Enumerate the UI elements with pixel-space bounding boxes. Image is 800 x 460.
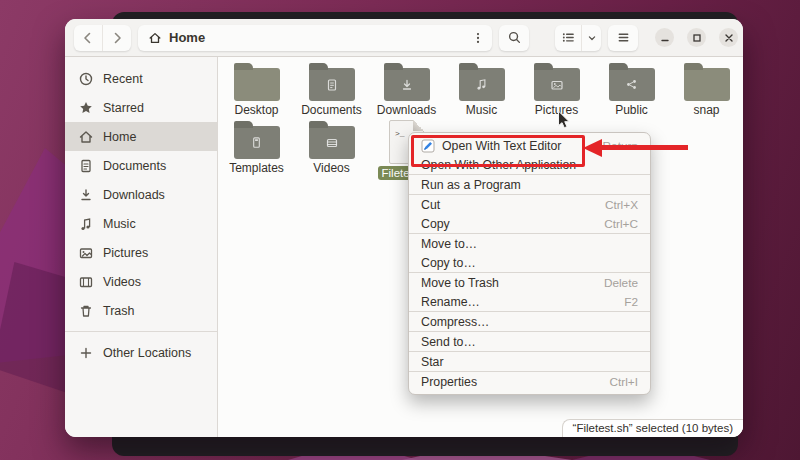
picture-icon xyxy=(78,245,94,261)
folder-label: snap xyxy=(693,104,719,117)
folder-label: Music xyxy=(466,104,497,117)
sidebar-item-label: Downloads xyxy=(103,188,165,202)
folder-label: Videos xyxy=(313,162,349,175)
folder-documents[interactable]: Documents xyxy=(294,61,369,117)
download-emblem-icon xyxy=(384,68,430,101)
folder-label: Downloads xyxy=(377,104,436,117)
folder-desktop[interactable]: Desktop xyxy=(219,61,294,117)
film-emblem-icon xyxy=(309,126,355,159)
sidebar-item-label: Pictures xyxy=(103,246,148,260)
menu-item-star[interactable]: Star xyxy=(409,352,650,371)
status-bar: “Filetest.sh” selected (10 bytes) xyxy=(562,419,743,437)
sidebar-item-starred[interactable]: Starred xyxy=(65,93,217,122)
folder-videos[interactable]: Videos xyxy=(294,119,369,180)
menu-item-run-as-a-program[interactable]: Run as a Program xyxy=(409,175,650,194)
minimize-button[interactable] xyxy=(655,28,674,47)
sidebar-item-label: Recent xyxy=(103,72,143,86)
document-emblem-icon xyxy=(309,68,355,101)
main-menu-button[interactable] xyxy=(608,25,638,51)
menu-shortcut: Ctrl+I xyxy=(609,375,638,389)
close-icon xyxy=(724,33,734,43)
video-icon xyxy=(78,274,94,290)
folder-music[interactable]: Music xyxy=(444,61,519,117)
share-emblem-icon xyxy=(609,68,655,101)
minimize-icon xyxy=(660,33,670,43)
back-icon xyxy=(80,30,96,46)
folder-pictures[interactable]: Pictures xyxy=(519,61,594,117)
folder-label: Desktop xyxy=(234,104,278,117)
list-view-button[interactable] xyxy=(555,25,581,51)
folder-icon xyxy=(534,68,580,101)
clock-icon xyxy=(78,71,94,87)
nav-button-group xyxy=(74,25,131,51)
menu-item-cut[interactable]: Cut Ctrl+X xyxy=(409,195,650,214)
hamburger-icon xyxy=(616,30,631,45)
menu-item-compress[interactable]: Compress… xyxy=(409,312,650,331)
path-bar[interactable]: Home xyxy=(138,25,492,51)
trash-icon xyxy=(78,303,94,319)
folder-public[interactable]: Public xyxy=(594,61,669,117)
folder-templates[interactable]: Templates xyxy=(219,119,294,180)
sidebar-item-recent[interactable]: Recent xyxy=(65,64,217,93)
maximize-icon xyxy=(692,33,702,43)
menu-item-move-to-trash[interactable]: Move to Trash Delete xyxy=(409,273,650,292)
folder-icon xyxy=(234,68,280,101)
sidebar-item-music[interactable]: Music xyxy=(65,209,217,238)
annotation-arrow-shaft xyxy=(600,145,688,150)
window-controls xyxy=(655,28,738,47)
menu-shortcut: Delete xyxy=(604,276,638,290)
folder-downloads[interactable]: Downloads xyxy=(369,61,444,117)
sidebar-item-pictures[interactable]: Pictures xyxy=(65,238,217,267)
location-menu-button[interactable] xyxy=(468,27,488,49)
maximize-button[interactable] xyxy=(687,28,706,47)
page-fold xyxy=(413,120,424,131)
sidebar: Recent Starred Home Documents Downloads … xyxy=(65,57,218,437)
menu-item-rename[interactable]: Rename… F2 xyxy=(409,292,650,311)
download-icon xyxy=(78,187,94,203)
sidebar-item-label: Other Locations xyxy=(103,346,191,360)
sidebar-item-label: Music xyxy=(103,217,136,231)
search-icon xyxy=(507,30,522,45)
annotation-highlight-rectangle xyxy=(411,135,585,167)
sidebar-item-videos[interactable]: Videos xyxy=(65,267,217,296)
context-menu: Open With Text Editor Return Open With O… xyxy=(408,132,651,395)
music-emblem-icon xyxy=(459,68,505,101)
menu-item-label: Rename… xyxy=(421,295,480,309)
sidebar-item-trash[interactable]: Trash xyxy=(65,296,217,325)
folder-icon xyxy=(459,68,505,101)
view-options-button[interactable] xyxy=(581,25,601,51)
sidebar-item-home[interactable]: Home xyxy=(65,122,217,151)
forward-button[interactable] xyxy=(102,25,131,51)
sidebar-item-label: Videos xyxy=(103,275,141,289)
sidebar-item-label: Trash xyxy=(103,304,135,318)
mouse-cursor-icon xyxy=(556,110,571,130)
menu-item-label: Compress… xyxy=(421,315,489,329)
back-button[interactable] xyxy=(74,25,102,51)
folder-snap[interactable]: snap xyxy=(669,61,743,117)
close-button[interactable] xyxy=(719,28,738,47)
sidebar-item-documents[interactable]: Documents xyxy=(65,151,217,180)
sidebar-separator xyxy=(65,331,217,332)
menu-item-label: Move to Trash xyxy=(421,276,499,290)
folder-icon xyxy=(309,126,355,159)
menu-item-label: Star xyxy=(421,355,444,369)
home-icon xyxy=(148,31,162,45)
document-icon xyxy=(78,158,94,174)
home-icon xyxy=(78,129,94,145)
menu-item-copy[interactable]: Copy Ctrl+C xyxy=(409,214,650,233)
picture-emblem-icon xyxy=(534,68,580,101)
menu-item-label: Properties xyxy=(421,375,477,389)
menu-item-send-to[interactable]: Send to… xyxy=(409,332,650,351)
folder-label: Templates xyxy=(229,162,284,175)
sidebar-item-other-locations[interactable]: Other Locations xyxy=(65,338,217,367)
menu-item-move-to[interactable]: Move to… xyxy=(409,234,650,253)
folder-icon xyxy=(234,126,280,159)
menu-item-properties[interactable]: Properties Ctrl+I xyxy=(409,372,650,391)
menu-item-label: Cut xyxy=(421,198,440,212)
menu-item-copy-to[interactable]: Copy to… xyxy=(409,253,650,272)
forward-icon xyxy=(109,30,125,46)
search-button[interactable] xyxy=(499,25,529,51)
sidebar-item-downloads[interactable]: Downloads xyxy=(65,180,217,209)
sidebar-item-label: Home xyxy=(103,130,136,144)
star-icon xyxy=(78,100,94,116)
